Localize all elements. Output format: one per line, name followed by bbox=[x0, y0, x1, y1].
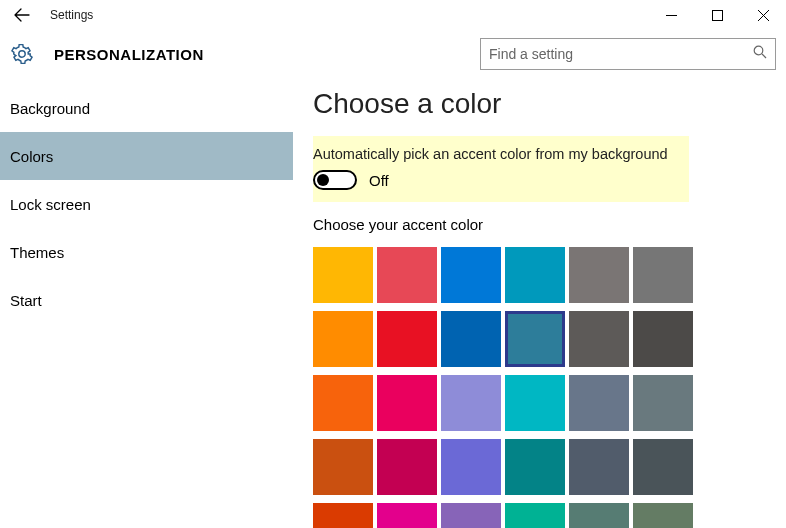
back-button[interactable] bbox=[0, 0, 44, 30]
sidebar: BackgroundColorsLock screenThemesStart bbox=[0, 78, 293, 528]
accent-swatch[interactable] bbox=[569, 439, 629, 495]
sidebar-item-background[interactable]: Background bbox=[0, 84, 293, 132]
toggle-state-label: Off bbox=[369, 172, 389, 189]
svg-point-1 bbox=[754, 46, 763, 55]
content: BackgroundColorsLock screenThemesStart C… bbox=[0, 78, 786, 528]
accent-swatch[interactable] bbox=[633, 375, 693, 431]
accent-swatch[interactable] bbox=[377, 311, 437, 367]
accent-swatch[interactable] bbox=[505, 375, 565, 431]
accent-swatch[interactable] bbox=[633, 311, 693, 367]
accent-swatch[interactable] bbox=[441, 375, 501, 431]
accent-swatch[interactable] bbox=[441, 503, 501, 528]
section-title: PERSONALIZATION bbox=[54, 46, 204, 63]
accent-swatch[interactable] bbox=[377, 503, 437, 528]
close-icon bbox=[758, 10, 769, 21]
accent-swatch[interactable] bbox=[505, 311, 565, 367]
accent-swatch[interactable] bbox=[441, 311, 501, 367]
accent-swatch[interactable] bbox=[505, 503, 565, 528]
titlebar: Settings bbox=[0, 0, 786, 30]
sidebar-item-start[interactable]: Start bbox=[0, 276, 293, 324]
accent-swatch[interactable] bbox=[313, 311, 373, 367]
search-box[interactable] bbox=[480, 38, 776, 70]
maximize-icon bbox=[712, 10, 723, 21]
sidebar-item-themes[interactable]: Themes bbox=[0, 228, 293, 276]
accent-swatch[interactable] bbox=[313, 503, 373, 528]
window-title: Settings bbox=[50, 8, 93, 22]
search-icon bbox=[753, 45, 767, 63]
minimize-button[interactable] bbox=[648, 0, 694, 30]
accent-swatch[interactable] bbox=[441, 247, 501, 303]
accent-swatch[interactable] bbox=[569, 247, 629, 303]
close-button[interactable] bbox=[740, 0, 786, 30]
maximize-button[interactable] bbox=[694, 0, 740, 30]
accent-swatch[interactable] bbox=[505, 247, 565, 303]
accent-swatch[interactable] bbox=[633, 503, 693, 528]
gear-icon bbox=[8, 40, 36, 68]
accent-swatch[interactable] bbox=[377, 439, 437, 495]
accent-swatch[interactable] bbox=[377, 375, 437, 431]
accent-swatch[interactable] bbox=[633, 439, 693, 495]
auto-pick-label: Automatically pick an accent color from … bbox=[313, 146, 689, 162]
accent-swatch[interactable] bbox=[569, 503, 629, 528]
window-controls bbox=[648, 0, 786, 30]
accent-swatch[interactable] bbox=[569, 311, 629, 367]
accent-swatch[interactable] bbox=[505, 439, 565, 495]
page-heading: Choose a color bbox=[313, 88, 786, 120]
search-input[interactable] bbox=[489, 46, 767, 62]
accent-swatch[interactable] bbox=[377, 247, 437, 303]
accent-swatch[interactable] bbox=[313, 375, 373, 431]
auto-pick-toggle[interactable] bbox=[313, 170, 357, 190]
main-panel: Choose a color Automatically pick an acc… bbox=[293, 78, 786, 528]
accent-color-grid bbox=[313, 247, 786, 528]
accent-swatch[interactable] bbox=[313, 439, 373, 495]
sidebar-item-lock-screen[interactable]: Lock screen bbox=[0, 180, 293, 228]
accent-swatch[interactable] bbox=[569, 375, 629, 431]
toggle-knob bbox=[317, 174, 329, 186]
sidebar-item-colors[interactable]: Colors bbox=[0, 132, 293, 180]
accent-swatch[interactable] bbox=[633, 247, 693, 303]
toggle-row: Off bbox=[313, 170, 689, 190]
accent-swatch[interactable] bbox=[441, 439, 501, 495]
minimize-icon bbox=[666, 10, 677, 21]
svg-rect-0 bbox=[712, 10, 722, 20]
accent-heading: Choose your accent color bbox=[313, 216, 786, 233]
auto-pick-section: Automatically pick an accent color from … bbox=[313, 136, 689, 202]
header: PERSONALIZATION bbox=[0, 30, 786, 78]
accent-swatch[interactable] bbox=[313, 247, 373, 303]
back-arrow-icon bbox=[14, 7, 30, 23]
